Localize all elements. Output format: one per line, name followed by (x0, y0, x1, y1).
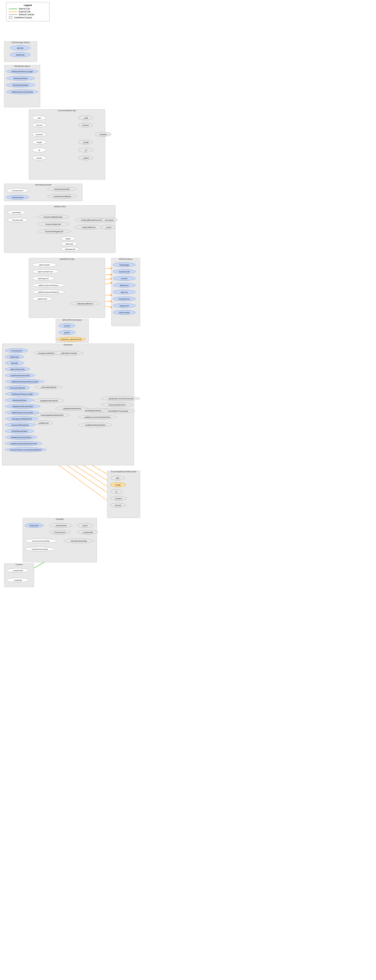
node-enum-values[interactable]: values (32, 156, 46, 160)
node-addr-verifyCallResult[interactable]: verifyCallResult (74, 225, 103, 229)
node-div-constructor[interactable]: <Constructor> (5, 348, 28, 353)
node-addr-functionCallWithValue[interactable]: functionCallWithValue (37, 215, 69, 219)
node-div-massUpdateDividendsInfo[interactable]: massUpdateDividendsInfo (34, 413, 70, 417)
node-ierc20-transferFrom[interactable]: transferFrom (113, 296, 136, 301)
node-div-validateDistributedToken[interactable]: validateDistributedToken (5, 404, 40, 409)
node-enum-add2[interactable]: _add (78, 116, 93, 120)
node-rg-constructor[interactable]: <Constructor> (6, 188, 29, 193)
node-ierc20-transfer[interactable]: transfer (113, 276, 136, 281)
node-ierc20-approve[interactable]: approve (113, 290, 136, 294)
node-div-updateCycleDividendsPercent[interactable]: updateCycleDividendsPercent (5, 441, 42, 446)
node-div-updateDividendsInfo[interactable]: updateDividendsInfo (34, 398, 64, 403)
node-distributedToken[interactable]: distributedToken (6, 76, 35, 81)
node-addDividendsToPending[interactable]: addDividendsToPending (6, 89, 38, 94)
node-div-updateCurrentCycleStartTime[interactable]: updateCurrentCycleStartTime (78, 415, 116, 419)
node-div-safeTokenTransfer[interactable]: _safeTokenTransfer (54, 351, 84, 355)
node-div-allocate[interactable]: allocate (5, 361, 24, 365)
node-div-distributedTokensLength[interactable]: distributedTokensLength (5, 392, 39, 396)
node-addr-isContract[interactable]: isContract (101, 218, 117, 222)
node-enum-contains[interactable]: contains (32, 132, 46, 137)
node-ierc20-allowance[interactable]: allowance (113, 283, 136, 288)
node-safe-safeDecreaseAllowance[interactable]: safeDecreaseAllowance (32, 290, 65, 294)
node-enum-length[interactable]: length (32, 140, 46, 145)
node-div-dividendsAmountPerSecond[interactable]: _dividendsAmountPerSecond (101, 396, 140, 401)
node-safe-safeTransfer[interactable]: safeTransfer (32, 262, 57, 267)
node-div-emergencyWithdrawAll[interactable]: emergencyWithdrawAll (5, 417, 38, 421)
node-ierc20-functionCall[interactable]: functionCall (113, 269, 136, 274)
node-rg-nonReentrantBefore[interactable]: nonReentrantBefore (48, 194, 77, 199)
node-div-harvestDividends[interactable]: harvestDividends (5, 385, 30, 390)
node-enum-contains2[interactable]: contains (95, 132, 111, 137)
node-enum2-length[interactable]: length (110, 482, 126, 487)
node-ctx-msgSender[interactable]: _msgSender (6, 568, 29, 573)
node-ownable-owner[interactable]: owner (77, 523, 93, 528)
node-enum-length2[interactable]: _length (78, 140, 93, 145)
node-addr-functionCall[interactable]: functionCall (7, 218, 28, 222)
node-ownable-renounceOwnership[interactable]: renounceOwnership (25, 539, 57, 543)
node-ownable-checkOwner[interactable]: _checkOwner (49, 523, 72, 528)
node-div-disableDistributedToken[interactable]: disableDistributedToken (5, 435, 37, 439)
node-ctx-msgData[interactable]: _msgData (6, 578, 29, 582)
node-enum-at[interactable]: at (32, 148, 46, 152)
node-div-harvestDividends2[interactable]: _harvestDividends (34, 385, 63, 389)
node-rg-nonReentrant[interactable]: nonReentrant (6, 195, 29, 200)
node-div-distributedToken[interactable]: distributedToken (5, 398, 34, 402)
lotGasUsage-container: lotGasUsage (iface) (4, 41, 37, 62)
node-div-removeTokenFromDistributedTokens[interactable]: removeTokenFromDistributedTokens (5, 447, 46, 452)
legend-item-defined: Defined Contract (9, 13, 47, 16)
node-ownable-transferOwnership2[interactable]: transferOwnership (64, 539, 94, 543)
node-allocate[interactable]: allocate (10, 45, 30, 50)
node-div-addDividendsToPending[interactable]: addDividendsToPending (5, 410, 39, 415)
node-addr-sendValue[interactable]: sendValue (7, 210, 26, 215)
node-enum-at2[interactable]: _at (78, 148, 93, 152)
node-permit-permit[interactable]: permit (59, 330, 75, 335)
node-addr-functionDelegateCall[interactable]: functionDelegateCall (37, 229, 71, 234)
node-div-harvestAllDividends[interactable]: harvestAllDividends (5, 423, 35, 427)
node-permit-nonces[interactable]: nonces (59, 323, 75, 328)
node-div-isDistributedToken[interactable]: isDistributedToken (5, 429, 34, 433)
node-div-validateDistributedTokensIndex[interactable]: validateDistributedTokensIndex (5, 379, 44, 384)
IERC20-label: IERC20 (iface) (118, 258, 133, 260)
node-ownable-constructor[interactable]: <Constructor> (49, 530, 70, 535)
node-div-enableDistributedToken[interactable]: enableDistributedToken (78, 423, 113, 427)
node-safe-safePermit[interactable]: safePermit (32, 296, 52, 301)
node-enum2-remove[interactable]: remove (110, 503, 126, 508)
node-addr-delegatecall[interactable]: delegatecall (61, 247, 79, 251)
node-ownable-msgSender[interactable]: _msgSender (77, 530, 98, 535)
node-permit-DOMAIN[interactable]: DOMAIN_SEPARATOR (57, 337, 86, 342)
node-safe-callOptionalReturn[interactable]: callOptionalReturn (70, 301, 100, 306)
node-enum2-add[interactable]: add (110, 476, 125, 480)
node-div-updateUser[interactable]: _updateUser (34, 420, 52, 425)
node-div-cycleDurationSeconds[interactable]: cycleDurationSeconds (5, 373, 35, 378)
node-addr-target[interactable]: target (61, 236, 75, 241)
node-safe-safeIncreaseAllowance[interactable]: safeIncreaseAllowance (32, 283, 65, 288)
node-safe-safeTransferFrom[interactable]: safeTransferFrom (32, 269, 59, 274)
node-enum-add[interactable]: add (32, 116, 46, 120)
legend: Legend Internal Call External Call Defin… (6, 2, 49, 21)
node-enum-remove2[interactable]: remove (78, 123, 93, 127)
node-ierc20-totalSupply[interactable]: totalSupply (113, 262, 136, 267)
node-addr-staticcall[interactable]: staticcall (61, 242, 77, 246)
node-addr-revert[interactable]: _revert (101, 225, 116, 229)
node-ierc20-balanceOf[interactable]: balanceOf (113, 303, 136, 308)
node-div-atlientTokenOnly[interactable]: atlientTokenOnly (5, 367, 30, 371)
node-ownable-onlyOwner[interactable]: onlyOwner (25, 523, 43, 528)
node-rg-nonReentrantAfter[interactable]: nonReentrantAfter (48, 187, 76, 191)
Context-container: Context (4, 563, 34, 587)
node-enum2-contains[interactable]: contains (110, 496, 127, 501)
node-ierc20-safeTransfer[interactable]: safeTransfer (113, 310, 136, 315)
node-enum-remove[interactable]: remove (32, 123, 46, 127)
Dividends-label: Dividends (63, 344, 73, 346)
node-enum2-at[interactable]: at (110, 489, 123, 494)
ReentrancyGuard-label: ReentrancyGuard (35, 184, 52, 186)
node-enum-values2[interactable]: _values (78, 156, 93, 160)
node-distributedTokensLength[interactable]: distributedTokensLength (6, 69, 38, 74)
node-addr-functionStaticCall[interactable]: functionStaticCall (37, 222, 69, 226)
node-div-currentBlockTimestamp[interactable]: currentBlockTimestamp (101, 409, 135, 413)
node-ownable-transferOwnership[interactable]: transferOwnership (25, 547, 55, 551)
node-deallocate-gas[interactable]: deallocate (10, 52, 30, 57)
node-safe-safeApprove[interactable]: safeApprove (32, 276, 55, 281)
node-div-deallocate[interactable]: deallocate (5, 355, 24, 359)
node-div-nextCycleStartTime[interactable]: nextCycleStartTime (101, 402, 133, 407)
node-isDistributedToken[interactable]: isDistributedToken (6, 83, 35, 87)
